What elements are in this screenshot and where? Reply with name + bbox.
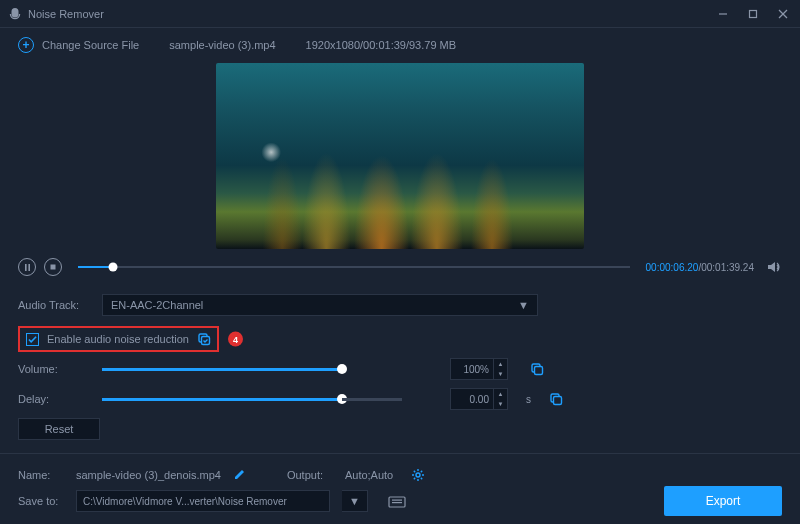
volume-apply-all-icon[interactable] [530, 362, 544, 376]
timeline-slider[interactable] [78, 266, 630, 268]
timeline-thumb[interactable] [108, 263, 117, 272]
delay-input[interactable]: 0.00 ▲▼ [450, 388, 508, 410]
svg-rect-5 [28, 264, 30, 271]
chevron-down-icon: ▼ [518, 299, 529, 311]
delay-thumb[interactable] [337, 394, 347, 404]
audio-track-select[interactable]: EN-AAC-2Channel ▼ [102, 294, 538, 316]
volume-label: Volume: [18, 363, 90, 375]
delay-apply-all-icon[interactable] [549, 392, 563, 406]
maximize-button[interactable] [744, 5, 762, 23]
output-value: Auto;Auto [345, 469, 393, 481]
controls-panel: Audio Track: EN-AAC-2Channel ▼ Enable au… [0, 290, 800, 440]
app-icon [8, 7, 22, 21]
volume-value: 100% [451, 364, 493, 375]
change-source-label: Change Source File [42, 39, 139, 51]
volume-thumb[interactable] [337, 364, 347, 374]
delay-unit: s [526, 394, 531, 405]
title-bar: Noise Remover [0, 0, 800, 28]
minimize-button[interactable] [714, 5, 732, 23]
edit-name-icon[interactable] [233, 469, 245, 481]
saveto-label: Save to: [18, 495, 64, 507]
delay-slider[interactable] [102, 398, 342, 401]
delay-value: 0.00 [451, 394, 493, 405]
saveto-dropdown[interactable]: ▼ [342, 490, 368, 512]
svg-rect-8 [201, 337, 209, 345]
svg-rect-16 [392, 502, 402, 503]
name-value: sample-video (3)_denois.mp4 [76, 469, 221, 481]
output-label: Output: [287, 469, 333, 481]
delay-up[interactable]: ▲ [494, 389, 507, 399]
svg-rect-1 [750, 10, 757, 17]
reset-button[interactable]: Reset [18, 418, 100, 440]
noise-reduction-checkbox[interactable] [26, 333, 39, 346]
change-source-button[interactable]: + Change Source File [18, 37, 139, 53]
svg-rect-10 [535, 367, 543, 375]
name-label: Name: [18, 469, 64, 481]
annotation-badge: 4 [228, 332, 243, 347]
delay-label: Delay: [18, 393, 90, 405]
bottom-panel: Name: sample-video (3)_denois.mp4 Output… [0, 453, 800, 524]
plus-icon: + [18, 37, 34, 53]
video-preview [18, 62, 782, 250]
saveto-path-input[interactable]: C:\Vidmore\Vidmore V...verter\Noise Remo… [76, 490, 330, 512]
noise-reduction-label: Enable audio noise reduction [47, 333, 189, 345]
svg-point-13 [416, 473, 420, 477]
audio-track-value: EN-AAC-2Channel [111, 299, 203, 311]
noise-reduction-highlight: Enable audio noise reduction 4 [18, 326, 219, 352]
close-button[interactable] [774, 5, 792, 23]
volume-input[interactable]: 100% ▲▼ [450, 358, 508, 380]
output-settings-icon[interactable] [411, 468, 425, 482]
open-folder-icon[interactable] [388, 494, 406, 508]
volume-up[interactable]: ▲ [494, 359, 507, 369]
pause-button[interactable] [18, 258, 36, 276]
filename-label: sample-video (3).mp4 [169, 39, 275, 51]
stop-button[interactable] [44, 258, 62, 276]
apply-all-icon[interactable] [197, 332, 211, 346]
playback-bar: 00:00:06.20/00:01:39.24 [18, 254, 782, 280]
svg-rect-12 [554, 397, 562, 405]
delay-down[interactable]: ▼ [494, 399, 507, 409]
volume-down[interactable]: ▼ [494, 369, 507, 379]
file-info-label: 1920x1080/00:01:39/93.79 MB [306, 39, 456, 51]
current-time: 00:00:06.20 [646, 262, 699, 273]
volume-icon[interactable] [766, 259, 782, 275]
svg-rect-15 [392, 500, 402, 501]
svg-rect-4 [25, 264, 27, 271]
toolbar: + Change Source File sample-video (3).mp… [0, 28, 800, 62]
audio-track-label: Audio Track: [18, 299, 90, 311]
total-time: /00:01:39.24 [698, 262, 754, 273]
app-title: Noise Remover [28, 8, 104, 20]
export-button[interactable]: Export [664, 486, 782, 516]
preview-frame[interactable] [216, 63, 584, 249]
volume-slider[interactable] [102, 368, 342, 371]
svg-rect-6 [51, 265, 56, 270]
